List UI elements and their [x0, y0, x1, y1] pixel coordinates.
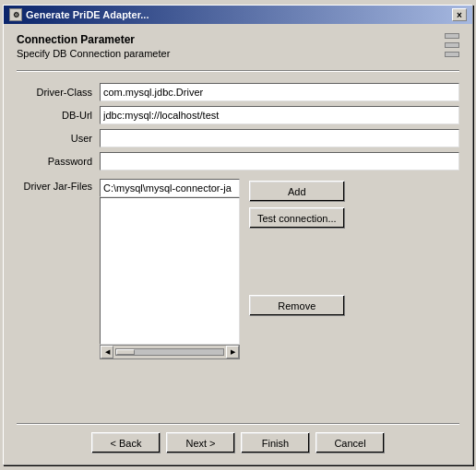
next-button[interactable]: Next > — [166, 432, 235, 453]
back-button[interactable]: < Back — [91, 432, 161, 453]
db-url-label: DB-Url — [17, 110, 100, 121]
scroll-decoration-1 — [445, 33, 459, 39]
window-title: Generate PriDE Adapter... — [26, 9, 149, 20]
jar-files-container: ◀ ▶ Add Test connection... Remove — [100, 179, 459, 359]
jar-horizontal-scrollbar[interactable]: ◀ ▶ — [100, 345, 240, 359]
jar-path-input[interactable] — [100, 179, 240, 197]
password-input[interactable] — [100, 152, 459, 170]
bottom-button-row: < Back Next > Finish Cancel — [17, 432, 459, 457]
top-divider — [17, 70, 459, 72]
driver-class-label: Driver-Class — [17, 87, 100, 98]
scroll-decoration-3 — [445, 52, 459, 57]
scroll-decorations — [445, 33, 459, 59]
jar-files-section: Driver Jar-Files ◀ ▶ — [17, 179, 459, 359]
section-subtitle: Specify DB Connection parameter — [17, 48, 459, 59]
close-button[interactable]: × — [452, 8, 467, 21]
main-window: ⚙ Generate PriDE Adapter... × Connection… — [3, 5, 473, 465]
cancel-button[interactable]: Cancel — [315, 432, 385, 453]
password-label: Password — [17, 156, 100, 167]
content-area: Connection Parameter Specify DB Connecti… — [4, 24, 472, 464]
scroll-left-arrow[interactable]: ◀ — [101, 346, 113, 358]
user-label: User — [17, 133, 100, 144]
scroll-right-arrow[interactable]: ▶ — [226, 346, 239, 358]
add-button[interactable]: Add — [249, 181, 345, 202]
driver-jar-label: Driver Jar-Files — [17, 179, 100, 359]
db-url-row: DB-Url — [17, 106, 459, 124]
content-wrapper: Connection Parameter Specify DB Connecti… — [17, 33, 459, 423]
test-connection-button[interactable]: Test connection... — [249, 207, 345, 229]
driver-class-row: Driver-Class — [17, 83, 459, 101]
scroll-thumb[interactable] — [116, 349, 135, 355]
jar-list-wrapper: ◀ ▶ — [100, 179, 240, 359]
section-title: Connection Parameter — [17, 33, 459, 46]
password-row: Password — [17, 152, 459, 170]
db-url-input[interactable] — [100, 106, 459, 124]
bottom-divider — [17, 423, 459, 425]
scroll-decoration-2 — [445, 42, 459, 48]
user-row: User — [17, 129, 459, 147]
window-icon: ⚙ — [9, 8, 22, 21]
title-bar: ⚙ Generate PriDE Adapter... × — [4, 6, 472, 24]
driver-class-input[interactable] — [100, 83, 459, 101]
scroll-track[interactable] — [115, 348, 224, 356]
user-input[interactable] — [100, 129, 459, 147]
finish-button[interactable]: Finish — [241, 432, 310, 453]
jar-listbox[interactable] — [100, 197, 240, 345]
jar-action-buttons: Add Test connection... Remove — [249, 179, 345, 359]
remove-button[interactable]: Remove — [249, 295, 345, 316]
